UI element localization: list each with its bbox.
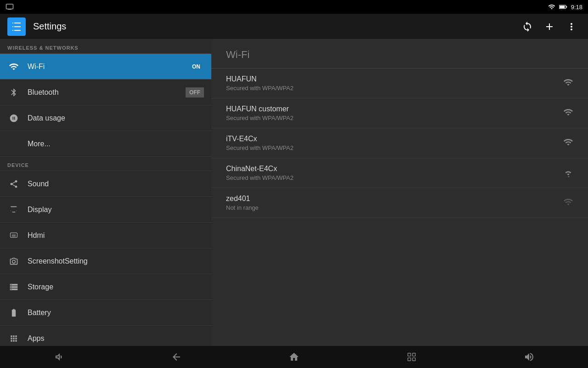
screenshot-label: ScreenshotSetting [28, 257, 204, 265]
display-label: Display [28, 206, 204, 214]
main-content: WIRELESS & NETWORKS Wi-Fi ON Bluetooth [0, 40, 588, 346]
sidebar-item-wifi[interactable]: Wi-Fi ON [0, 54, 211, 80]
recents-button[interactable] [398, 348, 425, 366]
wifi-network-huafun-customer[interactable]: HUAFUN customer Secured with WPA/WPA2 [211, 98, 588, 128]
more-label: More... [28, 140, 204, 148]
svg-rect-9 [413, 358, 415, 361]
sidebar-item-sound[interactable]: Sound [0, 171, 211, 197]
data-usage-icon [7, 114, 20, 123]
wifi-network-zed401[interactable]: zed401 Not in range [211, 188, 588, 218]
sidebar-item-screenshot[interactable]: ScreenshotSetting [0, 248, 211, 274]
wifi-network-itv[interactable]: iTV-E4Cx Secured with WPA/WPA2 [211, 128, 588, 158]
wireless-networks-header: WIRELESS & NETWORKS [0, 40, 211, 54]
battery-label: Battery [28, 309, 204, 317]
sidebar-item-bluetooth[interactable]: Bluetooth OFF [0, 80, 211, 105]
wifi-status-icon [548, 3, 555, 11]
svg-rect-7 [408, 353, 411, 356]
screenshot-icon [7, 257, 20, 266]
apps-label: Apps [28, 334, 204, 343]
svg-rect-1 [8, 9, 11, 10]
sound-icon [7, 179, 20, 189]
bluetooth-icon [7, 88, 20, 97]
network-security-huafun-customer: Secured with WPA/WPA2 [226, 115, 556, 121]
screen-status-icon [6, 3, 14, 11]
volume-down-button[interactable] [45, 348, 73, 366]
hdmi-icon [7, 231, 20, 240]
bluetooth-toggle[interactable]: OFF [186, 86, 204, 98]
network-name-chinanet: ChinaNet-E4Cx [226, 165, 556, 173]
add-button[interactable] [540, 17, 559, 36]
network-security-chinanet: Secured with WPA/WPA2 [226, 174, 556, 181]
app-bar: Settings [0, 14, 588, 40]
device-header: DEVICE [0, 157, 211, 171]
network-security-zed401: Not in range [226, 204, 556, 211]
svg-rect-8 [413, 353, 415, 356]
data-usage-label: Data usage [28, 114, 204, 122]
volume-up-button[interactable] [515, 348, 543, 366]
network-name-itv: iTV-E4Cx [226, 135, 556, 143]
sidebar-item-battery[interactable]: Battery [0, 300, 211, 326]
svg-rect-4 [566, 6, 567, 8]
wifi-panel-title: Wi-Fi [211, 40, 588, 69]
wifi-icon [7, 62, 20, 72]
sound-label: Sound [28, 180, 204, 188]
battery-icon [7, 308, 20, 317]
wifi-network-huafun[interactable]: HUAFUN Secured with WPA/WPA2 [211, 69, 588, 98]
nav-bar [0, 346, 588, 368]
sidebar-item-more[interactable]: More... [0, 131, 211, 157]
bluetooth-label: Bluetooth [28, 88, 186, 97]
network-security-itv: Secured with WPA/WPA2 [226, 144, 556, 151]
svg-rect-3 [560, 6, 565, 8]
network-security-huafun: Secured with WPA/WPA2 [226, 85, 556, 92]
display-icon [7, 205, 20, 214]
apps-icon [7, 334, 20, 343]
status-bar: 9:18 [0, 0, 588, 14]
network-name-zed401: zed401 [226, 195, 556, 203]
wifi-label: Wi-Fi [28, 63, 188, 71]
content-panel: Wi-Fi HUAFUN Secured with WPA/WPA2 HUAFU… [211, 40, 588, 346]
network-name-huafun: HUAFUN [226, 75, 556, 83]
status-bar-right: 9:18 [548, 3, 582, 11]
sync-button[interactable] [518, 17, 537, 36]
home-button[interactable] [280, 348, 308, 366]
back-button[interactable] [163, 348, 190, 366]
wifi-network-chinanet[interactable]: ChinaNet-E4Cx Secured with WPA/WPA2 [211, 158, 588, 188]
bluetooth-toggle-off: OFF [186, 87, 204, 98]
sidebar-item-hdmi[interactable]: Hdmi [0, 223, 211, 248]
wifi-signal-icon-itv [563, 137, 573, 150]
sidebar-item-display[interactable]: Display [0, 197, 211, 223]
storage-icon [7, 282, 20, 292]
wifi-signal-icon-huafun-customer [563, 107, 573, 120]
status-bar-left [6, 3, 14, 11]
svg-rect-10 [408, 358, 411, 361]
status-time: 9:18 [571, 4, 582, 11]
wifi-signal-icon-chinanet [563, 167, 573, 179]
wifi-signal-icon-huafun [563, 77, 573, 90]
wifi-signal-icon-zed401 [563, 197, 573, 209]
settings-app-icon [7, 17, 26, 36]
sidebar-item-apps[interactable]: Apps [0, 326, 211, 346]
storage-label: Storage [28, 283, 204, 291]
network-name-huafun-customer: HUAFUN customer [226, 105, 556, 113]
wifi-toggle-on: ON [188, 62, 204, 72]
sidebar-item-data-usage[interactable]: Data usage [0, 105, 211, 131]
svg-rect-0 [6, 4, 13, 9]
sidebar-item-storage[interactable]: Storage [0, 274, 211, 300]
app-title: Settings [33, 21, 514, 32]
battery-status-icon [559, 4, 567, 10]
sidebar: WIRELESS & NETWORKS Wi-Fi ON Bluetooth [0, 40, 211, 346]
more-options-button[interactable] [562, 17, 581, 36]
hdmi-label: Hdmi [28, 231, 204, 240]
wifi-toggle[interactable]: ON [188, 61, 204, 73]
svg-rect-6 [12, 234, 16, 236]
